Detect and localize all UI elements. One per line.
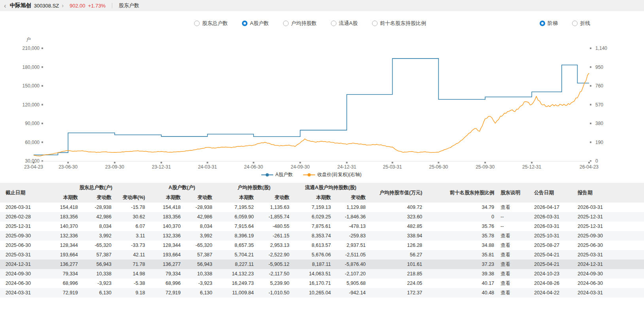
- cell-total-cur: 140,370: [43, 222, 81, 231]
- cell-note: 查看: [497, 241, 531, 250]
- cell-mkt-val: 218.85: [369, 269, 434, 279]
- svg-text:26-04-23: 26-04-23: [580, 164, 599, 170]
- cell-total-cur: 154,418: [43, 203, 81, 212]
- cell-avg-cur: 16,249.73: [215, 279, 257, 288]
- cell-a-cur: 183,356: [148, 212, 184, 222]
- svg-text:23-09-30: 23-09-30: [105, 164, 124, 170]
- cell-note: --: [497, 212, 531, 222]
- view-detail-link[interactable]: 查看: [500, 233, 510, 239]
- cell-total-cur: 72,919: [43, 288, 81, 298]
- table-row[interactable]: 2024-09-3079,33410,33814.9879,33410,3381…: [0, 269, 644, 279]
- cell-circ-cur: 7,875.61: [293, 222, 334, 231]
- table-row[interactable]: 2025-12-31140,3708,0346.07140,3708,0347,…: [0, 222, 644, 231]
- cell-avg-cur: 6,059.90: [215, 212, 257, 222]
- cell-circ-chg: -259.83: [334, 231, 369, 241]
- cell-top10: 35.78: [434, 231, 497, 241]
- view-detail-link[interactable]: 查看: [500, 205, 510, 210]
- table-row[interactable]: 2025-09-30132,3363,9923.11132,3363,9928,…: [0, 231, 644, 241]
- cell-date: 2025-12-31: [0, 222, 43, 231]
- cell-top10: 34.79: [434, 203, 497, 212]
- cell-total-rate: -5.38: [115, 279, 148, 288]
- svg-text:24-06-30: 24-06-30: [244, 164, 263, 170]
- svg-text:60,000: 60,000: [25, 140, 40, 145]
- table-row[interactable]: 2026-03-31154,418-28,938-15.78154,418-28…: [0, 203, 644, 212]
- col-group-avg-shares: 户均持股数(股): [215, 183, 293, 193]
- table-row[interactable]: 2026-02-28183,35642,98630.62183,35642,98…: [0, 212, 644, 222]
- cell-top10: 35.81: [434, 250, 497, 260]
- cell-a-chg: 10,338: [184, 269, 215, 279]
- cell-circ-chg: -2,107.20: [334, 269, 369, 279]
- chevron-right-icon[interactable]: ›: [62, 2, 64, 9]
- cell-total-chg: 3,992: [81, 231, 115, 241]
- shareholder-count-chart[interactable]: 户30,00060,00090,000120,000150,000180,000…: [0, 11, 644, 173]
- table-row[interactable]: 2025-06-30128,344-65,320-33.73128,344-65…: [0, 241, 644, 250]
- cell-announce-date: 2026-03-31: [531, 212, 574, 222]
- cell-circ-chg: -2,511.05: [334, 250, 369, 260]
- cell-a-chg: 57,387: [184, 250, 215, 260]
- col-group-a-share-holders: A股户数(户): [148, 183, 215, 193]
- cell-a-cur: 79,334: [148, 269, 184, 279]
- view-detail-link[interactable]: 查看: [500, 252, 510, 258]
- table-row[interactable]: 2024-06-3068,996-3,923-5.3868,996-3,9231…: [0, 279, 644, 288]
- svg-text:1,140: 1,140: [595, 45, 607, 51]
- svg-text:210,000: 210,000: [23, 45, 40, 51]
- sub-header-current: 本期数: [43, 193, 81, 203]
- svg-text:760: 760: [595, 83, 603, 89]
- legend-item-0[interactable]: A股户数: [261, 171, 293, 178]
- cell-circ-chg: -942.14: [334, 288, 369, 298]
- cell-a-cur: 140,370: [148, 222, 184, 231]
- cell-avg-chg: -261.15: [257, 231, 293, 241]
- col-group-total-holders: 股东总户数(户): [43, 183, 148, 193]
- cell-announce-date: 2025-04-21: [531, 260, 574, 269]
- view-detail-link[interactable]: 查看: [500, 271, 510, 277]
- cell-total-chg: -3,923: [81, 279, 115, 288]
- cell-mkt-val: 126.28: [369, 241, 434, 250]
- cell-date: 2025-06-30: [0, 241, 43, 250]
- cell-date: 2025-09-30: [0, 231, 43, 241]
- table-body: 2026-03-31154,418-28,938-15.78154,418-28…: [0, 203, 644, 298]
- cell-circ-cur: 5,676.06: [293, 250, 334, 260]
- cell-total-cur: 68,996: [43, 279, 81, 288]
- chart-legend: A股户数收盘价(前复权)(右轴): [0, 171, 623, 178]
- cell-note: --: [497, 222, 531, 231]
- legend-item-1[interactable]: 收盘价(前复权)(右轴): [303, 171, 362, 178]
- view-detail-link[interactable]: 查看: [500, 281, 510, 286]
- cell-avg-cur: 8,227.11: [215, 260, 257, 269]
- svg-text:120,000: 120,000: [23, 102, 40, 108]
- cell-report-date: 2024-03-31: [574, 288, 644, 298]
- cell-a-cur: 154,418: [148, 203, 184, 212]
- cell-top10: 34.88: [434, 241, 497, 250]
- sub-header-current: 本期数: [215, 193, 257, 203]
- cell-avg-chg: -2,117.50: [257, 269, 293, 279]
- cell-announce-date: 2025-10-31: [531, 231, 574, 241]
- cell-report-date: 2025-06-30: [574, 241, 644, 250]
- back-icon[interactable]: ‹: [4, 2, 6, 9]
- cell-date: 2024-06-30: [0, 279, 43, 288]
- cell-avg-cur: 7,915.64: [215, 222, 257, 231]
- view-detail-link[interactable]: 查看: [500, 290, 510, 296]
- table-row[interactable]: 2024-03-3172,9196,1309.1872,9196,13011,0…: [0, 288, 644, 298]
- cell-circ-cur: 6,029.25: [293, 212, 334, 222]
- svg-text:23-06-30: 23-06-30: [59, 164, 77, 170]
- cell-circ-cur: 8,353.74: [293, 231, 334, 241]
- cell-total-rate: -15.78: [115, 203, 148, 212]
- cell-total-chg: 42,986: [81, 212, 115, 222]
- table-row[interactable]: 2024-12-31136,27756,94371.78136,27756,94…: [0, 260, 644, 269]
- col-header-announce-date: 公告日期: [531, 183, 574, 203]
- cell-report-date: 2025-09-30: [574, 231, 644, 241]
- cell-avg-chg: 5,239.90: [257, 279, 293, 288]
- cell-circ-chg: 1,129.88: [334, 203, 369, 212]
- cell-report-date: 2026-03-31: [574, 203, 644, 212]
- view-detail-link[interactable]: 查看: [500, 243, 510, 248]
- cell-circ-cur: 8,187.11: [293, 260, 334, 269]
- cell-a-cur: 72,919: [148, 288, 184, 298]
- cell-total-cur: 136,277: [43, 260, 81, 269]
- cell-avg-cur: 8,396.19: [215, 231, 257, 241]
- svg-text:24-09-30: 24-09-30: [291, 164, 310, 170]
- table-row[interactable]: 2025-03-31193,66457,38742.11193,66457,38…: [0, 250, 644, 260]
- cell-a-chg: 8,034: [184, 222, 215, 231]
- svg-text:23-12-31: 23-12-31: [152, 164, 171, 170]
- svg-text:25-03-31: 25-03-31: [383, 164, 402, 170]
- cell-avg-chg: -480.55: [257, 222, 293, 231]
- view-detail-link[interactable]: 查看: [500, 262, 510, 267]
